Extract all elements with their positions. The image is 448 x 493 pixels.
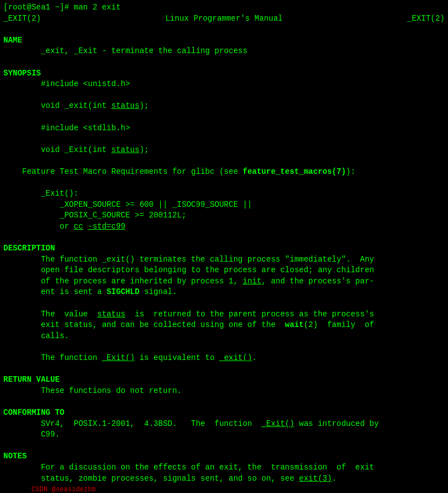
description-p3: The function _Exit() is equivalent to _e… xyxy=(3,353,445,364)
description-section: DESCRIPTION The function _exit() termina… xyxy=(3,243,445,364)
return-value-title: RETURN VALUE xyxy=(3,375,445,386)
blank-line-6 xyxy=(3,440,445,452)
description-blank2 xyxy=(3,342,445,353)
blank-line-5 xyxy=(3,396,445,407)
header-center: Linux Programmer's Manual xyxy=(41,13,407,25)
synopsis-Exit-call: _Exit(): xyxy=(3,188,445,200)
notes-l1: For a discussion on the effects of an ex… xyxy=(3,462,445,473)
name-content: _exit, _Exit - terminate the calling pro… xyxy=(3,46,445,57)
description-p1-l4: ent is sent a SIGCHLD signal. xyxy=(3,287,445,298)
conforming-l1: SVr4, POSIX.1-2001, 4.3BSD. The function… xyxy=(3,419,445,430)
notes-title: NOTES xyxy=(3,451,445,462)
header-left: _EXIT(2) xyxy=(3,13,41,25)
conforming-title: CONFORMING TO xyxy=(3,407,445,419)
synopsis-feature: Feature Test Macro Requirements for glib… xyxy=(3,167,445,178)
synopsis-posix: _POSIX_C_SOURCE >= 200112L; xyxy=(3,210,445,221)
return-value-content: These functions do not return. xyxy=(3,386,445,397)
synopsis-blank5 xyxy=(3,178,445,189)
synopsis-void-Exit: void _Exit(int status); xyxy=(3,145,445,156)
synopsis-blank4 xyxy=(3,155,445,167)
synopsis-section: SYNOPSIS #include <unistd.h> void _exit(… xyxy=(3,68,445,233)
description-blank1 xyxy=(3,298,445,309)
conforming-section: CONFORMING TO SVr4, POSIX.1-2001, 4.3BSD… xyxy=(3,407,445,440)
name-title: NAME xyxy=(3,35,445,46)
conforming-l2: C99. xyxy=(3,429,445,440)
synopsis-or: or cc -std=c99 xyxy=(3,221,445,233)
synopsis-include2: #include <stdlib.h> xyxy=(3,123,445,134)
header-line: _EXIT(2) Linux Programmer's Manual _EXIT… xyxy=(3,13,445,25)
notes-section: NOTES For a discussion on the effects of… xyxy=(3,451,445,493)
description-p1-l3: of the process are inherited by process … xyxy=(3,276,445,287)
prompt-line: [root@Sea1 ~]# man 2 exit xyxy=(3,2,445,13)
description-p2-l3: calls. xyxy=(3,331,445,342)
terminal: [root@Sea1 ~]# man 2 exit _EXIT(2) Linux… xyxy=(0,0,448,493)
synopsis-void-exit: void _exit(int status); xyxy=(3,101,445,112)
description-p2-l2: exit status, and can be collected using … xyxy=(3,320,445,331)
blank-line-2 xyxy=(3,57,445,68)
description-title: DESCRIPTION xyxy=(3,243,445,254)
synopsis-include1: #include <unistd.h> xyxy=(3,79,445,90)
notes-l2: status, zombie processes, signals sent, … xyxy=(3,473,445,493)
description-p2-l1: The value status is returned to the pare… xyxy=(3,309,445,320)
header-right: _EXIT(2) xyxy=(407,13,445,25)
blank-line-3 xyxy=(3,232,445,243)
blank-line-4 xyxy=(3,364,445,375)
description-p1-l2: open file descriptors belonging to the p… xyxy=(3,265,445,276)
synopsis-blank1 xyxy=(3,90,445,101)
blank-line-1 xyxy=(3,24,445,35)
synopsis-xopen: _XOPEN_SOURCE >= 600 || _ISOC99_SOURCE |… xyxy=(3,200,445,211)
synopsis-blank2 xyxy=(3,112,445,123)
name-section: NAME _exit, _Exit - terminate the callin… xyxy=(3,35,445,57)
return-value-section: RETURN VALUE These functions do not retu… xyxy=(3,375,445,396)
description-p1-l1: The function _exit() terminates the call… xyxy=(3,254,445,266)
synopsis-blank3 xyxy=(3,134,445,145)
watermark: CSDN @seasidezhb xyxy=(31,486,96,493)
synopsis-title: SYNOPSIS xyxy=(3,68,445,79)
